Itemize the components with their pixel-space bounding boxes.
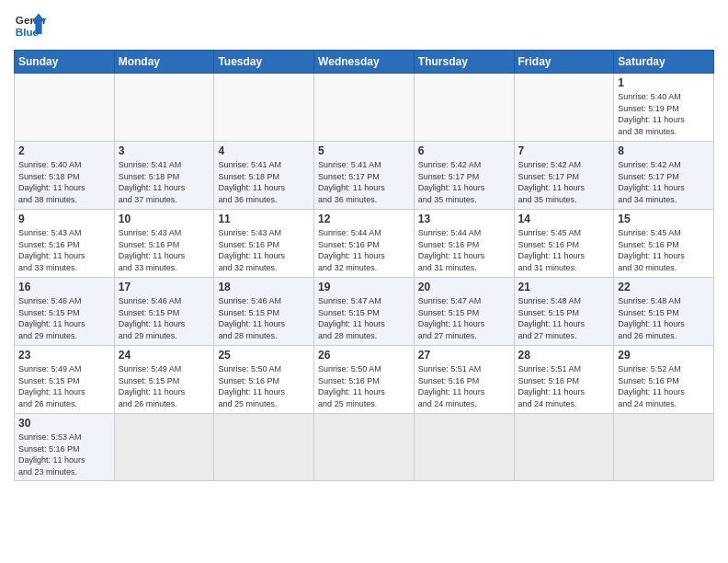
day-info: Sunrise: 5:44 AM Sunset: 5:16 PM Dayligh… [418,227,510,273]
day-number: 12 [318,213,410,225]
day-info: Sunrise: 5:42 AM Sunset: 5:17 PM Dayligh… [618,159,710,205]
logo: General Blue [14,9,47,42]
day-number: 27 [418,349,510,362]
calendar-cell: 4Sunrise: 5:41 AM Sunset: 5:18 PM Daylig… [214,142,314,210]
day-info: Sunrise: 5:46 AM Sunset: 5:15 PM Dayligh… [18,295,110,341]
calendar-cell: 20Sunrise: 5:47 AM Sunset: 5:15 PM Dayli… [414,278,514,346]
day-number: 25 [218,349,310,362]
calendar-cell [314,74,415,142]
day-info: Sunrise: 5:53 AM Sunset: 5:16 PM Dayligh… [18,431,110,477]
calendar-cell: 1Sunrise: 5:40 AM Sunset: 5:19 PM Daylig… [614,74,714,142]
calendar-cell [614,414,714,481]
calendar-cell: 19Sunrise: 5:47 AM Sunset: 5:15 PM Dayli… [314,278,415,346]
calendar-cell [214,74,314,142]
calendar-cell: 10Sunrise: 5:43 AM Sunset: 5:16 PM Dayli… [114,210,214,278]
day-info: Sunrise: 5:45 AM Sunset: 5:16 PM Dayligh… [618,227,710,273]
calendar-cell: 30Sunrise: 5:53 AM Sunset: 5:16 PM Dayli… [15,414,115,481]
calendar-cell: 17Sunrise: 5:46 AM Sunset: 5:15 PM Dayli… [114,278,214,346]
day-info: Sunrise: 5:41 AM Sunset: 5:18 PM Dayligh… [218,159,310,205]
calendar-cell: 28Sunrise: 5:51 AM Sunset: 5:16 PM Dayli… [514,346,614,414]
calendar-cell [114,414,214,481]
day-info: Sunrise: 5:43 AM Sunset: 5:16 PM Dayligh… [218,227,310,273]
week-row-1: 1Sunrise: 5:40 AM Sunset: 5:19 PM Daylig… [15,74,714,142]
day-info: Sunrise: 5:46 AM Sunset: 5:15 PM Dayligh… [119,295,210,341]
day-number: 24 [119,349,210,362]
day-number: 2 [18,144,110,157]
day-info: Sunrise: 5:50 AM Sunset: 5:16 PM Dayligh… [318,363,410,409]
day-info: Sunrise: 5:41 AM Sunset: 5:17 PM Dayligh… [318,159,410,205]
day-info: Sunrise: 5:50 AM Sunset: 5:16 PM Dayligh… [218,363,310,409]
logo-icon: General Blue [14,9,47,42]
day-number: 23 [18,349,110,362]
calendar-cell: 12Sunrise: 5:44 AM Sunset: 5:16 PM Dayli… [314,210,415,278]
day-number: 4 [218,144,310,157]
day-number: 30 [18,417,110,430]
day-info: Sunrise: 5:47 AM Sunset: 5:15 PM Dayligh… [418,295,510,341]
weekday-tuesday: Tuesday [214,51,314,74]
weekday-thursday: Thursday [414,51,514,74]
day-number: 15 [618,213,710,225]
calendar-cell: 21Sunrise: 5:48 AM Sunset: 5:15 PM Dayli… [514,278,614,346]
week-row-6: 30Sunrise: 5:53 AM Sunset: 5:16 PM Dayli… [15,414,714,481]
day-info: Sunrise: 5:40 AM Sunset: 5:19 PM Dayligh… [618,91,710,137]
day-number: 9 [18,213,110,225]
calendar-cell [414,414,514,481]
day-number: 5 [318,144,410,157]
day-number: 14 [518,213,610,225]
day-number: 10 [119,213,210,225]
day-number: 6 [418,144,510,157]
weekday-wednesday: Wednesday [314,51,415,74]
calendar-cell: 3Sunrise: 5:41 AM Sunset: 5:18 PM Daylig… [114,142,214,210]
day-number: 21 [518,281,610,293]
day-number: 13 [418,213,510,225]
day-info: Sunrise: 5:51 AM Sunset: 5:16 PM Dayligh… [518,363,610,409]
calendar-cell: 16Sunrise: 5:46 AM Sunset: 5:15 PM Dayli… [15,278,115,346]
calendar-cell: 8Sunrise: 5:42 AM Sunset: 5:17 PM Daylig… [614,142,714,210]
day-number: 17 [119,281,210,293]
calendar: SundayMondayTuesdayWednesdayThursdayFrid… [14,50,714,481]
weekday-saturday: Saturday [614,51,714,74]
day-number: 3 [119,144,210,157]
week-row-5: 23Sunrise: 5:49 AM Sunset: 5:15 PM Dayli… [15,346,714,414]
day-info: Sunrise: 5:42 AM Sunset: 5:17 PM Dayligh… [518,159,610,205]
day-info: Sunrise: 5:43 AM Sunset: 5:16 PM Dayligh… [18,227,110,273]
calendar-cell: 11Sunrise: 5:43 AM Sunset: 5:16 PM Dayli… [214,210,314,278]
week-row-3: 9Sunrise: 5:43 AM Sunset: 5:16 PM Daylig… [15,210,714,278]
day-info: Sunrise: 5:48 AM Sunset: 5:15 PM Dayligh… [618,295,710,341]
day-info: Sunrise: 5:45 AM Sunset: 5:16 PM Dayligh… [518,227,610,273]
calendar-cell [314,414,415,481]
calendar-cell: 18Sunrise: 5:46 AM Sunset: 5:15 PM Dayli… [214,278,314,346]
day-number: 16 [18,281,110,293]
calendar-cell: 6Sunrise: 5:42 AM Sunset: 5:17 PM Daylig… [414,142,514,210]
day-number: 18 [218,281,310,293]
calendar-cell: 25Sunrise: 5:50 AM Sunset: 5:16 PM Dayli… [214,346,314,414]
day-info: Sunrise: 5:41 AM Sunset: 5:18 PM Dayligh… [119,159,210,205]
day-info: Sunrise: 5:42 AM Sunset: 5:17 PM Dayligh… [418,159,510,205]
calendar-cell [514,74,614,142]
day-number: 22 [618,281,710,293]
calendar-cell [214,414,314,481]
calendar-cell [114,74,214,142]
weekday-header-row: SundayMondayTuesdayWednesdayThursdayFrid… [15,51,714,74]
calendar-cell: 29Sunrise: 5:52 AM Sunset: 5:16 PM Dayli… [614,346,714,414]
calendar-cell: 26Sunrise: 5:50 AM Sunset: 5:16 PM Dayli… [314,346,415,414]
page: General Blue SundayMondayTuesdayWednesda… [0,0,728,563]
calendar-cell: 14Sunrise: 5:45 AM Sunset: 5:16 PM Dayli… [514,210,614,278]
calendar-cell: 7Sunrise: 5:42 AM Sunset: 5:17 PM Daylig… [514,142,614,210]
day-number: 7 [518,144,610,157]
calendar-cell: 22Sunrise: 5:48 AM Sunset: 5:15 PM Dayli… [614,278,714,346]
week-row-2: 2Sunrise: 5:40 AM Sunset: 5:18 PM Daylig… [15,142,714,210]
day-number: 26 [318,349,410,362]
week-row-4: 16Sunrise: 5:46 AM Sunset: 5:15 PM Dayli… [15,278,714,346]
day-number: 19 [318,281,410,293]
calendar-cell: 24Sunrise: 5:49 AM Sunset: 5:15 PM Dayli… [114,346,214,414]
weekday-sunday: Sunday [15,51,115,74]
calendar-cell: 13Sunrise: 5:44 AM Sunset: 5:16 PM Dayli… [414,210,514,278]
day-number: 29 [618,349,710,362]
weekday-friday: Friday [514,51,614,74]
calendar-cell [15,74,115,142]
calendar-cell: 2Sunrise: 5:40 AM Sunset: 5:18 PM Daylig… [15,142,115,210]
day-number: 28 [518,349,610,362]
day-info: Sunrise: 5:46 AM Sunset: 5:15 PM Dayligh… [218,295,310,341]
calendar-cell: 23Sunrise: 5:49 AM Sunset: 5:15 PM Dayli… [15,346,115,414]
